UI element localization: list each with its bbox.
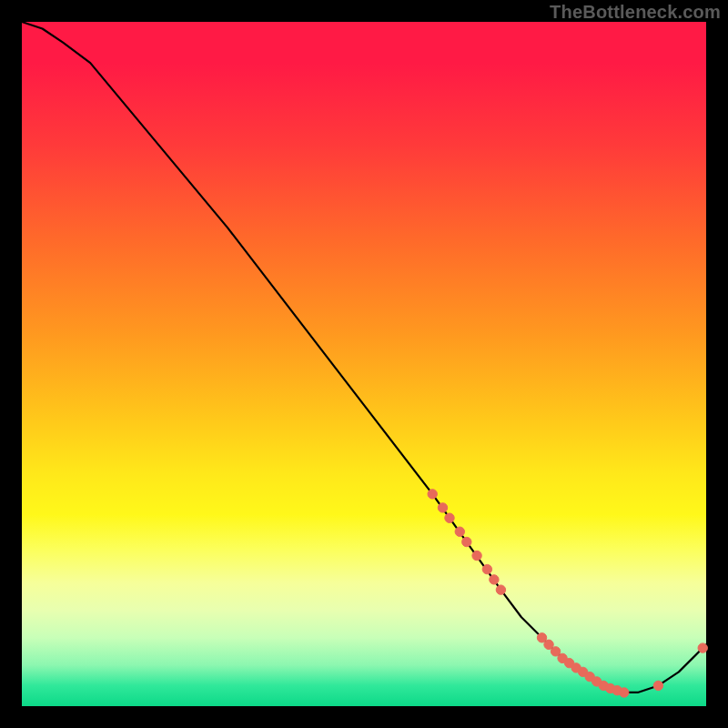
marker-layer — [428, 490, 707, 697]
data-marker — [620, 688, 629, 697]
attribution-text: TheBottleneck.com — [550, 2, 721, 23]
data-marker — [462, 537, 471, 546]
data-marker — [482, 564, 491, 573]
data-marker — [490, 575, 499, 584]
data-marker — [496, 585, 505, 594]
data-marker — [428, 490, 437, 499]
chart-svg — [22, 22, 706, 706]
line-series — [22, 22, 706, 693]
data-marker — [455, 527, 464, 536]
data-marker — [438, 503, 447, 512]
data-marker — [653, 681, 662, 690]
data-marker — [698, 643, 707, 652]
plot-area — [22, 22, 706, 706]
data-marker — [445, 513, 454, 522]
chart-stage: TheBottleneck.com — [0, 0, 728, 728]
data-marker — [472, 551, 481, 560]
